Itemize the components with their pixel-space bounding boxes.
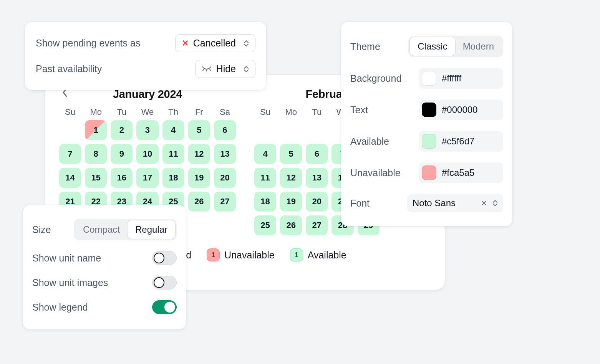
calendar-day[interactable]: 11 [254, 168, 276, 188]
calendar-day[interactable]: 25 [254, 215, 276, 235]
legend-swatch-available: 1 [290, 248, 303, 261]
weekday-label: Mo [85, 107, 107, 117]
show-unit-name-toggle[interactable] [152, 251, 177, 265]
day-empty [59, 120, 81, 140]
calendar-day[interactable]: 17 [136, 168, 158, 188]
theme-classic-button[interactable]: Classic [410, 37, 455, 56]
month-grid: 1234567891011121314151617181920212223242… [59, 120, 236, 212]
calendar-day[interactable]: 12 [188, 144, 210, 164]
calendar-day[interactable]: 19 [280, 192, 302, 212]
color-hex: #ffffff [442, 73, 461, 84]
legend-swatch-unavailable: 1 [207, 248, 220, 261]
available-color-picker[interactable]: #c5f6d7 [419, 131, 503, 152]
calendar-day[interactable]: 13 [306, 168, 328, 188]
calendar-day[interactable]: 19 [188, 168, 210, 188]
show-unit-images-toggle[interactable] [152, 276, 177, 290]
background-color-picker[interactable]: #ffffff [419, 68, 503, 89]
calendar-day[interactable]: 3 [136, 120, 158, 140]
calendar-day[interactable]: 5 [188, 120, 210, 140]
calendar-day[interactable]: 10 [136, 144, 158, 164]
past-availability-select[interactable]: Hide [195, 60, 255, 78]
color-hex: #fca5a5 [442, 167, 474, 178]
select-chevron-icon [244, 40, 249, 46]
color-swatch [422, 103, 436, 117]
select-value: Hide [216, 63, 236, 74]
select-chevron-icon [492, 200, 498, 206]
unavailable-color-label: Unavailable [350, 167, 401, 179]
theme-label: Theme [350, 41, 380, 52]
calendar-day[interactable]: 8 [85, 144, 107, 164]
calendar-day[interactable]: 6 [306, 144, 328, 164]
show-unit-images-label: Show unit images [32, 277, 108, 288]
select-chevron-icon [244, 66, 249, 72]
calendar-day[interactable]: 18 [162, 168, 184, 188]
theme-modern-button[interactable]: Modern [455, 37, 502, 56]
calendar-day[interactable]: 11 [162, 144, 184, 164]
calendar-day[interactable]: 4 [162, 120, 184, 140]
legend-label: Unavailable [224, 250, 275, 261]
size-regular-button[interactable]: Regular [128, 220, 175, 239]
theme-panel: Theme Classic Modern Background #ffffff … [341, 22, 512, 226]
select-value: Cancelled [193, 38, 236, 49]
calendar-day[interactable]: 26 [280, 215, 302, 235]
text-color-label: Text [350, 104, 368, 116]
calendar-day[interactable]: 4 [254, 144, 276, 164]
events-settings-panel: Show pending events as ✕ Cancelled Past … [25, 22, 266, 90]
calendar-day[interactable]: 27 [306, 215, 328, 235]
svg-line-2 [210, 69, 210, 71]
past-availability-label: Past availability [36, 63, 102, 74]
theme-segmented: Classic Modern [408, 36, 503, 57]
show-unit-name-label: Show unit name [32, 253, 101, 264]
color-hex: #000000 [442, 104, 477, 115]
legend-available: 1 Available [290, 248, 346, 261]
size-label: Size [32, 224, 51, 235]
unavailable-color-picker[interactable]: #fca5a5 [419, 162, 503, 183]
weekday-label: Th [162, 107, 184, 117]
weekday-label: We [136, 107, 158, 117]
calendar-day[interactable]: 6 [214, 120, 236, 140]
calendar-day[interactable]: 16 [111, 168, 133, 188]
pending-events-select[interactable]: ✕ Cancelled [175, 34, 255, 52]
background-label: Background [350, 73, 401, 84]
calendar-day[interactable]: 13 [214, 144, 236, 164]
clear-font-icon[interactable] [481, 198, 487, 208]
pending-events-label: Show pending events as [36, 38, 140, 49]
font-value: Noto Sans [413, 198, 456, 208]
font-label: Font [350, 198, 370, 209]
weekday-label: Tu [306, 107, 328, 117]
font-select[interactable]: Noto Sans [407, 194, 503, 212]
svg-line-0 [203, 69, 204, 71]
weekday-label: Sa [214, 107, 236, 117]
calendar-day[interactable]: 1 [85, 120, 107, 140]
day-empty [254, 120, 276, 140]
calendar-day[interactable]: 18 [254, 192, 276, 212]
weekday-label: Tu [111, 107, 133, 117]
calendar-day[interactable]: 15 [85, 168, 107, 188]
color-swatch [422, 134, 436, 149]
calendar-day[interactable]: 20 [214, 168, 236, 188]
size-options-panel: Size Compact Regular Show unit name Show… [23, 205, 186, 329]
calendar-day[interactable]: 9 [111, 144, 133, 164]
weekday-label: Mo [280, 107, 302, 117]
calendar-day[interactable]: 12 [280, 168, 302, 188]
calendar-day[interactable]: 20 [306, 192, 328, 212]
show-legend-toggle[interactable] [152, 300, 177, 314]
calendar-day[interactable]: 14 [59, 168, 81, 188]
calendar-day[interactable]: 5 [280, 144, 302, 164]
color-swatch [422, 165, 436, 180]
calendar-day[interactable]: 7 [59, 144, 81, 164]
weekday-label: Fr [188, 107, 210, 117]
size-compact-button[interactable]: Compact [75, 220, 128, 239]
eye-closed-icon [202, 65, 212, 73]
color-hex: #c5f6d7 [442, 136, 474, 147]
color-swatch [422, 71, 436, 86]
text-color-picker[interactable]: #000000 [419, 99, 503, 120]
available-color-label: Available [350, 136, 389, 147]
legend-unavailable: 1 Unavailable [207, 248, 275, 261]
calendar-day[interactable]: 26 [188, 192, 210, 212]
calendar-day[interactable]: 2 [111, 120, 133, 140]
month-january: January 2024 SuMoTuWeThFrSa 123456789101… [59, 86, 236, 212]
calendar-day[interactable]: 27 [214, 192, 236, 212]
day-empty [306, 120, 328, 140]
weekday-label: Su [254, 107, 276, 117]
